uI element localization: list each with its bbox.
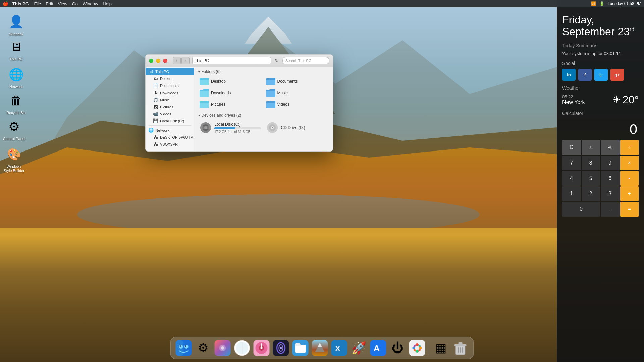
folder-pictures[interactable]: Pictures (198, 100, 263, 109)
dock-rocket[interactable]: 🚀 (350, 339, 368, 357)
skinpack-icon: 👤 (7, 13, 25, 31)
sidebar-item-desktop-machine[interactable]: 🖧 DESKTOP-5P6UTM4 (146, 134, 194, 141)
calc-6[interactable]: 6 (601, 171, 620, 186)
twitter-button[interactable]: 🐦 (594, 69, 608, 81)
desktop-icon-skinpack[interactable]: 👤 skinpack (3, 12, 30, 38)
dock-files[interactable] (291, 339, 310, 357)
refresh-button[interactable]: ↻ (274, 58, 280, 64)
folder-downloads[interactable]: Downloads (198, 88, 263, 98)
this-pc-sidebar-label: This PC (155, 70, 169, 74)
drive-local-disk[interactable]: Local Disk (C:) 17.2 GB free of 31.5 GB (198, 120, 262, 135)
sidebar-item-music[interactable]: 🎵 Music (146, 96, 194, 103)
desktop-icon-recycle-bin[interactable]: 🗑 Recycle Bin (3, 90, 30, 116)
facebook-button[interactable]: f (578, 69, 592, 81)
menu-help[interactable]: Help (103, 1, 112, 6)
dock-power[interactable]: ⏻ (389, 339, 407, 357)
dock-photos[interactable] (408, 339, 426, 357)
desktop-machine-icon: 🖧 (153, 135, 158, 140)
sidebar-item-desktop[interactable]: 🗂 Desktop (146, 75, 194, 82)
calc-clear[interactable]: C (562, 140, 581, 155)
today-summary-title: Today Summary (562, 43, 639, 48)
menu-go[interactable]: Go (72, 1, 78, 6)
sidebar-item-this-pc[interactable]: 🖥 This PC (146, 68, 194, 75)
sidebar-item-vboxsvr[interactable]: 🖧 VBOXSVR (146, 141, 194, 148)
sidebar-item-videos[interactable]: 📹 Videos (146, 110, 194, 117)
google-plus-button[interactable]: g+ (610, 69, 624, 81)
calc-multiply[interactable]: × (620, 156, 639, 170)
dock-siri[interactable] (272, 339, 290, 357)
calc-equals[interactable]: = (620, 202, 639, 217)
traffic-light-green[interactable] (149, 59, 153, 63)
dock-launchpad[interactable] (214, 339, 232, 357)
calc-add[interactable]: + (620, 186, 639, 201)
calc-4[interactable]: 4 (562, 171, 581, 186)
recycle-bin-icon: 🗑 (7, 92, 25, 109)
svg-point-38 (280, 347, 282, 349)
dock-safari[interactable] (233, 339, 251, 357)
traffic-light-yellow[interactable] (156, 59, 160, 63)
linkedin-button[interactable]: in (562, 69, 576, 81)
calc-3[interactable]: 3 (601, 186, 620, 201)
calc-2[interactable]: 2 (582, 186, 600, 201)
videos-folder-icon (266, 101, 275, 108)
menu-edit[interactable]: Edit (46, 1, 53, 6)
desktop-icon-windows-style-builder[interactable]: 🎨 Windows Style Builder (1, 144, 28, 174)
dock-system-prefs[interactable]: ⚙ (194, 339, 212, 357)
menu-view[interactable]: View (58, 1, 67, 6)
calc-decimal[interactable]: . (601, 202, 620, 217)
music-sidebar-icon: 🎵 (153, 97, 158, 102)
calc-1[interactable]: 1 (562, 186, 581, 201)
address-bar[interactable]: This PC (192, 57, 271, 64)
nav-forward[interactable]: › (181, 57, 190, 64)
local-disk-info: Local Disk (C:) 17.2 GB free of 31.5 GB (214, 122, 261, 134)
traffic-light-red[interactable] (163, 59, 167, 63)
sidebar-item-downloads[interactable]: ⬇ Downloads (146, 89, 194, 96)
folder-desktop[interactable]: Desktop (198, 77, 263, 86)
menu-file[interactable]: File (34, 1, 41, 6)
calc-7[interactable]: 7 (562, 156, 581, 170)
dock-macos[interactable] (311, 339, 329, 357)
dock-mosaic[interactable]: ▦ (432, 339, 450, 357)
sidebar-item-network[interactable]: 🌐 Network (146, 127, 194, 134)
calc-9[interactable]: 9 (601, 156, 620, 170)
sidebar-item-pictures[interactable]: 🖼 Pictures (146, 103, 194, 110)
calc-subtract[interactable]: - (620, 171, 639, 186)
apple-logo[interactable]: 🍎 (3, 1, 8, 6)
sidebar-item-documents[interactable]: 📄 Documents (146, 82, 194, 89)
calc-percent[interactable]: % (601, 140, 620, 155)
calc-8[interactable]: 8 (582, 156, 600, 170)
search-bar[interactable]: Search This PC (282, 57, 329, 64)
svg-point-57 (414, 349, 416, 351)
right-panel: Friday, September 23rd Today Summary You… (557, 7, 644, 362)
drive-cd[interactable]: CD Drive (D:) (265, 120, 329, 135)
calc-5[interactable]: 5 (582, 171, 600, 186)
menu-window[interactable]: Window (83, 1, 98, 6)
sidebar-item-local-disk[interactable]: 💾 Local Disk (C:) (146, 117, 194, 124)
folder-documents[interactable]: Documents (265, 77, 329, 86)
folders-chevron: ▾ (198, 70, 200, 74)
svg-point-51 (416, 343, 419, 346)
weather-time: 05:22 (562, 94, 585, 99)
desktop-icon-this-pc[interactable]: 🖥 This PC (3, 37, 30, 63)
skinpack-label: skinpack (9, 32, 23, 36)
svg-rect-61 (459, 342, 463, 345)
dock-itunes[interactable] (253, 339, 271, 357)
folder-videos[interactable]: Videos (265, 100, 329, 109)
dock-xcode[interactable]: X (330, 339, 348, 357)
desktop-icon-network[interactable]: 🌐 Network (3, 65, 30, 90)
svg-point-58 (419, 349, 421, 351)
calc-0[interactable]: 0 (562, 202, 600, 217)
folder-music[interactable]: Music (265, 88, 329, 98)
local-disk-sidebar-label: Local Disk (C:) (160, 119, 184, 123)
dock: ⚙ (170, 337, 474, 359)
desktop-icon-control-panel[interactable]: ⚙ Control Panel (1, 117, 28, 142)
dock-finder[interactable] (175, 339, 193, 357)
dock-app-store[interactable]: A (369, 339, 387, 357)
calc-plusminus[interactable]: ± (582, 140, 600, 155)
nav-back[interactable]: ‹ (173, 57, 181, 64)
calc-divide[interactable]: ÷ (620, 140, 639, 155)
svg-point-52 (416, 350, 419, 353)
dock-trash[interactable] (451, 339, 470, 357)
recycle-bin-label: Recycle Bin (6, 111, 26, 115)
uptime-text: Your system is up for 03:01:11 (562, 51, 639, 56)
